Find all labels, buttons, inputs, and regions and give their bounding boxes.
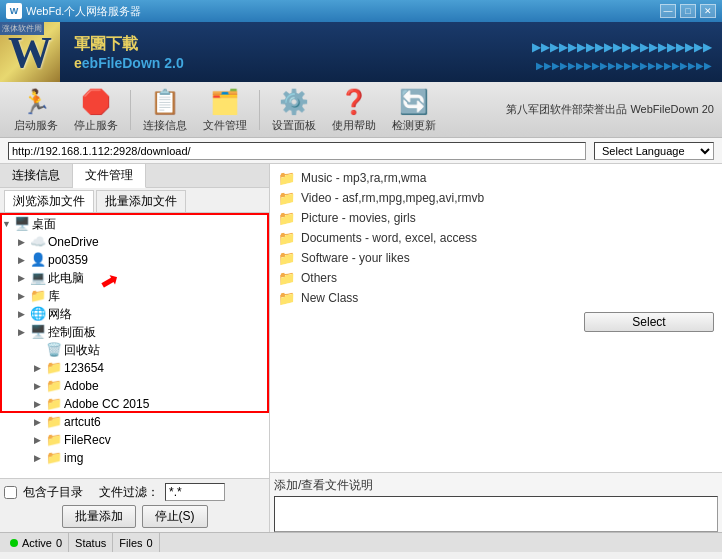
folder-name: Video - asf,rm,mpg,mpeg,avi,rmvb: [301, 191, 484, 205]
tree-item-123654[interactable]: ▶ 📁 123654: [0, 359, 269, 377]
sub-tab-browse[interactable]: 浏览添加文件: [4, 190, 94, 212]
tree-item-adobe[interactable]: ▶ 📁 Adobe: [0, 377, 269, 395]
stop-button[interactable]: 停止(S): [142, 505, 208, 528]
list-item[interactable]: 📁 Picture - movies, girls: [274, 208, 718, 228]
tree-item-thispc[interactable]: ▶ 💻 此电脑: [0, 269, 269, 287]
list-item[interactable]: 📁 Video - asf,rm,mpg,mpeg,avi,rmvb: [274, 188, 718, 208]
title-bar: W WebFd.个人网络服务器 — □ ✕: [0, 0, 722, 22]
folder-icon: 📁: [46, 396, 62, 412]
expand-icon: ▶: [34, 363, 46, 373]
connect-info-button[interactable]: 📋 连接信息: [137, 83, 193, 136]
connect-info-label: 连接信息: [143, 118, 187, 133]
tree-label-recycle: 回收站: [64, 342, 100, 359]
tree-item-user[interactable]: ▶ 👤 po0359: [0, 251, 269, 269]
tree-label-library: 库: [48, 288, 60, 305]
pc-icon: 💻: [30, 270, 46, 286]
maximize-button[interactable]: □: [680, 4, 696, 18]
library-icon: 📁: [30, 288, 46, 304]
list-item[interactable]: 📁 Documents - word, excel, access: [274, 228, 718, 248]
tree-item-onedrive[interactable]: ▶ ☁️ OneDrive: [0, 233, 269, 251]
filter-input[interactable]: [165, 483, 225, 501]
comment-input[interactable]: [274, 496, 718, 532]
active-indicator: [10, 539, 18, 547]
logo-subtitle: eebFileDown 2.0: [74, 55, 184, 71]
onedrive-icon: ☁️: [30, 234, 46, 250]
tree-item-recycle[interactable]: 🗑️ 回收站: [0, 341, 269, 359]
expand-icon: ▶: [34, 435, 46, 445]
start-service-button[interactable]: 🏃 启动服务: [8, 83, 64, 136]
tree-label-filerecv: FileRecv: [64, 433, 111, 447]
file-manage-button[interactable]: 🗂️ 文件管理: [197, 83, 253, 136]
tree-item-library[interactable]: ▶ 📁 库: [0, 287, 269, 305]
tab-file-manage[interactable]: 文件管理: [73, 164, 146, 188]
controlpanel-icon: 🖥️: [30, 324, 46, 340]
connect-info-icon: 📋: [149, 86, 181, 118]
folder-icon: 📁: [278, 250, 295, 266]
status-label: Status: [75, 537, 106, 549]
tree-label-network: 网络: [48, 306, 72, 323]
tree-item-filerecv[interactable]: ▶ 📁 FileRecv: [0, 431, 269, 449]
tree-label-artcut6: artcut6: [64, 415, 101, 429]
deco-arrows: ▶▶▶▶▶▶▶▶▶▶▶▶▶▶▶▶▶▶▶▶: [532, 40, 712, 54]
start-service-icon: 🏃: [20, 86, 52, 118]
tab-connect-info[interactable]: 连接信息: [0, 164, 73, 187]
expand-icon: ▶: [34, 453, 46, 463]
close-button[interactable]: ✕: [700, 4, 716, 18]
tree-label-thispc: 此电脑: [48, 270, 84, 287]
tree-label-adobe: Adobe: [64, 379, 99, 393]
expand-icon: ▶: [34, 381, 46, 391]
stop-service-button[interactable]: 🛑 停止服务: [68, 83, 124, 136]
panel-tabs: 连接信息 文件管理: [0, 164, 269, 188]
stop-service-icon: 🛑: [80, 86, 112, 118]
logo-area: W 軍團下載 eebFileDown 2.0 ▶▶▶▶▶▶▶▶▶▶▶▶▶▶▶▶▶…: [0, 22, 722, 82]
right-panel: 📁 Music - mp3,ra,rm,wma 📁 Video - asf,rm…: [270, 164, 722, 532]
files-label: Files: [119, 537, 142, 549]
comment-area: 添加/查看文件说明: [270, 472, 722, 532]
list-item[interactable]: 📁 Others: [274, 268, 718, 288]
left-bottom: 包含子目录 文件过滤： 批量添加 停止(S): [0, 478, 269, 532]
tree-item-controlpanel[interactable]: ▶ 🖥️ 控制面板: [0, 323, 269, 341]
tree-item-network[interactable]: ▶ 🌐 网络: [0, 305, 269, 323]
tree-item-artcut6[interactable]: ▶ 📁 artcut6: [0, 413, 269, 431]
toolbar-sep-2: [259, 90, 260, 130]
stop-service-label: 停止服务: [74, 118, 118, 133]
list-item[interactable]: 📁 Music - mp3,ra,rm,wma: [274, 168, 718, 188]
include-subdirs-checkbox[interactable]: [4, 486, 17, 499]
settings-label: 设置面板: [272, 118, 316, 133]
logo-chinese: 軍團下載: [74, 34, 184, 55]
brand-label: 第八军团软件部荣誉出品 WebFileDown 20: [506, 102, 714, 117]
help-button[interactable]: ❓ 使用帮助: [326, 83, 382, 136]
comment-label: 添加/查看文件说明: [274, 477, 718, 494]
tree-label-user: po0359: [48, 253, 88, 267]
batch-add-button[interactable]: 批量添加: [62, 505, 136, 528]
folder-icon: 📁: [46, 378, 62, 394]
list-item[interactable]: 📁 New Class: [274, 288, 718, 308]
tree-item-adobecc[interactable]: ▶ 📁 Adobe CC 2015: [0, 395, 269, 413]
tree-label-desktop: 桌面: [32, 216, 56, 233]
expand-icon: ▶: [18, 291, 30, 301]
tree-label-controlpanel: 控制面板: [48, 324, 96, 341]
settings-button[interactable]: ⚙️ 设置面板: [266, 83, 322, 136]
folder-name: Software - your likes: [301, 251, 410, 265]
tree-label-123654: 123654: [64, 361, 104, 375]
url-input[interactable]: [8, 142, 586, 160]
sub-tab-batch[interactable]: 批量添加文件: [96, 190, 186, 212]
status-active: Active 0: [4, 533, 69, 552]
list-item[interactable]: 📁 Software - your likes: [274, 248, 718, 268]
tree-item-desktop[interactable]: ▼ 🖥️ 桌面: [0, 215, 269, 233]
minimize-button[interactable]: —: [660, 4, 676, 18]
language-select[interactable]: Select Language English 中文: [594, 142, 714, 160]
file-manage-label: 文件管理: [203, 118, 247, 133]
select-button[interactable]: Select: [584, 312, 714, 332]
folder-icon: 📁: [278, 270, 295, 286]
help-icon: ❓: [338, 86, 370, 118]
left-panel: 连接信息 文件管理 浏览添加文件 批量添加文件 ➡ ▼ 🖥️ 桌面 ▶ ☁️ O…: [0, 164, 270, 532]
filter-label: 文件过滤：: [99, 484, 159, 501]
update-button[interactable]: 🔄 检测更新: [386, 83, 442, 136]
update-label: 检测更新: [392, 118, 436, 133]
tree-item-img[interactable]: ▶ 📁 img: [0, 449, 269, 467]
folder-icon: 📁: [278, 170, 295, 186]
start-service-label: 启动服务: [14, 118, 58, 133]
expand-icon: ▶: [18, 237, 30, 247]
badge-label: 涨体软件周: [0, 22, 44, 35]
